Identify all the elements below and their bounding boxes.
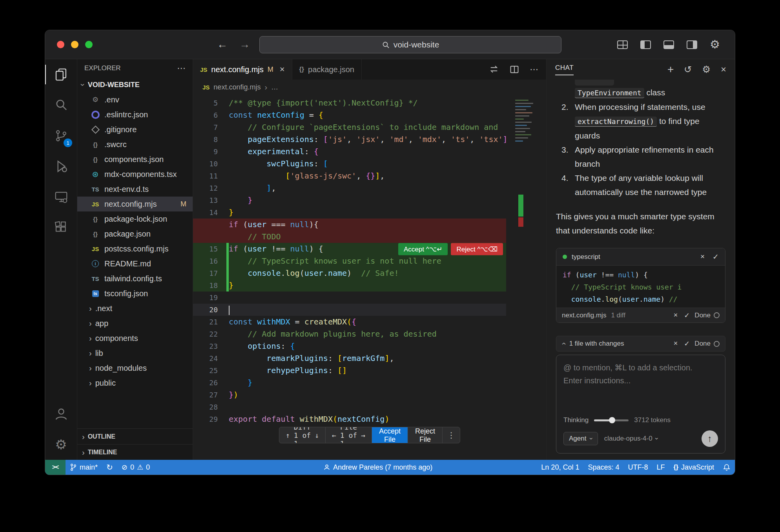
folder-row-public[interactable]: ›public (77, 375, 193, 390)
code-line-24[interactable]: 24 remarkPlugins: [remarkGfm], (193, 352, 506, 364)
eol-sequence[interactable]: LF (652, 460, 669, 475)
folder-row-lib[interactable]: ›lib (77, 346, 193, 361)
tab-chat[interactable]: CHAT (555, 64, 574, 75)
accept-diff-button[interactable]: Accept ^⌥↵ (398, 243, 448, 255)
outline-section[interactable]: › OUTLINE (77, 428, 193, 444)
activity-extensions[interactable] (45, 212, 77, 243)
encoding[interactable]: UTF-8 (623, 460, 652, 475)
reject-block-icon[interactable]: × (700, 252, 705, 261)
code-line-27[interactable]: 27}) (193, 389, 506, 401)
code-line-10[interactable]: 10 swcPlugins: [ (193, 158, 506, 170)
code-line-16[interactable]: 16 // TypeScript knows user is not null … (193, 255, 506, 267)
file-row-next-env.d.ts[interactable]: TSnext-env.d.ts (77, 182, 193, 197)
close-panel-icon[interactable]: × (721, 64, 726, 75)
toggle-panel-icon[interactable] (663, 40, 674, 49)
code-line-13[interactable]: 13 } (193, 194, 506, 206)
file-row-README.md[interactable]: README.md (77, 256, 193, 271)
chevron-up-icon[interactable]: › (559, 343, 567, 345)
cursor-position[interactable]: Ln 20, Col 1 (537, 460, 583, 475)
split-editor-icon[interactable] (509, 64, 519, 75)
minimap[interactable] (515, 98, 536, 144)
file-row-tailwind.config.ts[interactable]: TStailwind.config.ts (77, 271, 193, 286)
reject-diff-icon[interactable]: × (674, 311, 678, 320)
done-button[interactable]: Done (694, 312, 720, 319)
reject-diff-button[interactable]: Reject ^⌥⌫ (451, 243, 503, 255)
code-line-9[interactable]: 9 experimental: { (193, 146, 506, 158)
diff-file-name[interactable]: next.config.mjs (562, 312, 606, 319)
code-line-deleted[interactable]: // TODO (193, 231, 506, 243)
inline-code-link[interactable]: TypeEnvironment (575, 88, 644, 98)
code-line-8[interactable]: 8 pageExtensions: ['js', 'jsx', 'md', 'm… (193, 133, 506, 146)
branch-indicator[interactable]: main* (66, 460, 102, 475)
code-line-21[interactable]: 21const withMDX = createMDX({ (193, 316, 506, 328)
prev-diff-button[interactable]: ↑ (286, 431, 290, 439)
customize-layout-icon[interactable] (617, 40, 628, 49)
code-line-26[interactable]: 26 } (193, 377, 506, 389)
code-line-20[interactable]: 20 (193, 304, 506, 316)
file-row-tsconfig.json[interactable]: tsconfig.json (77, 286, 193, 301)
settings-gear-icon[interactable]: ⚙ (710, 39, 720, 50)
file-row-mdx-components.tsx[interactable]: ⊛mdx-components.tsx (77, 167, 193, 182)
next-file-button[interactable]: → (361, 431, 365, 439)
language-mode[interactable]: {} JavaScript (669, 460, 719, 475)
next-diff-button[interactable]: ↓ (315, 431, 319, 439)
code-line-28[interactable]: 28 (193, 401, 506, 413)
folder-row-.next[interactable]: ›.next (77, 301, 193, 316)
code-line-22[interactable]: 22 // Add markdown plugins here, as desi… (193, 328, 506, 340)
accept-block-icon[interactable]: ✓ (713, 252, 719, 261)
code-line-11[interactable]: 11 ['glass-js/swc', {}], (193, 170, 506, 182)
model-dropdown[interactable]: claude-opus-4-0 › (604, 435, 658, 443)
file-row-next.config.mjs[interactable]: JSnext.config.mjsM (77, 197, 193, 211)
toggle-secondary-sidebar-icon[interactable] (687, 40, 697, 49)
back-button[interactable]: ← (217, 38, 228, 51)
file-row-.eslintrc.json[interactable]: .eslintrc.json (77, 107, 193, 122)
chat-input[interactable]: @ to mention, ⌘L to add a selection. Ent… (556, 355, 725, 454)
chat-settings-icon[interactable]: ⚙ (702, 64, 711, 75)
send-button[interactable]: ↑ (702, 430, 718, 447)
code-line-19[interactable]: 19 (193, 292, 506, 304)
problems-indicator[interactable]: ⊘ 0 ⚠ 0 (117, 460, 154, 475)
file-row-.gitignore[interactable]: .gitignore (77, 122, 193, 137)
mode-dropdown[interactable]: Agent › (563, 432, 598, 445)
code-line-6[interactable]: 6const nextConfig = { (193, 109, 506, 121)
code-line-29[interactable]: 29export default withMDX(nextConfig) (193, 413, 506, 425)
activity-search[interactable] (45, 90, 77, 120)
tab-package-json[interactable]: {} package.json (292, 59, 362, 80)
file-row-.swcrc[interactable]: {}.swcrc (77, 137, 193, 152)
code-line-7[interactable]: 7 // Configure `pageExtensions` to inclu… (193, 121, 506, 133)
inline-code-link[interactable]: extractNarrowing() (575, 117, 657, 127)
code-line-25[interactable]: 25 rehypePlugins: [] (193, 364, 506, 377)
timeline-section[interactable]: › TIMELINE (77, 444, 193, 460)
file-row-package-lock.json[interactable]: {}package-lock.json (77, 211, 193, 226)
file-row-postcss.config.mjs[interactable]: JSpostcss.config.mjs (77, 241, 193, 256)
folder-row-app[interactable]: ›app (77, 316, 193, 331)
notifications-bell[interactable] (718, 460, 735, 475)
activity-source-control[interactable]: 1 (45, 120, 77, 151)
workspace-root[interactable]: › VOID-WEBSITE (77, 77, 193, 92)
activity-account[interactable] (45, 399, 77, 429)
command-center-search[interactable]: void-website (259, 36, 561, 53)
code-line-14[interactable]: 14} (193, 206, 506, 219)
code-line-15[interactable]: 15if (user !== null) {Accept ^⌥↵Reject ^… (193, 243, 506, 255)
prev-file-button[interactable]: ← (332, 431, 336, 439)
breadcrumb-more[interactable]: … (271, 83, 278, 91)
slider-knob[interactable] (609, 417, 615, 423)
git-blame-indicator[interactable]: Andrew Pareles (7 months ago) (319, 460, 437, 475)
code-line-18[interactable]: 18} (193, 279, 506, 292)
activity-run-debug[interactable] (45, 151, 77, 182)
code-line-17[interactable]: 17 console.log(user.name) // Safe! (193, 267, 506, 279)
close-window-button[interactable] (57, 41, 64, 48)
code-line-12[interactable]: 12 ], (193, 182, 506, 194)
activity-settings[interactable]: ⚙ (45, 429, 77, 460)
file-row-components.json[interactable]: {}components.json (77, 152, 193, 167)
remote-indicator[interactable]: >< (45, 460, 66, 475)
activity-explorer[interactable] (45, 59, 77, 90)
code-line-deleted[interactable]: if (user === null){ (193, 219, 506, 231)
toggle-primary-sidebar-icon[interactable] (640, 40, 651, 49)
indentation[interactable]: Spaces: 4 (583, 460, 623, 475)
code-line-23[interactable]: 23 options: { (193, 340, 506, 352)
open-changes-icon[interactable] (489, 64, 499, 75)
forward-button[interactable]: → (239, 38, 250, 51)
new-chat-icon[interactable]: + (667, 64, 674, 75)
minimize-window-button[interactable] (71, 41, 78, 48)
